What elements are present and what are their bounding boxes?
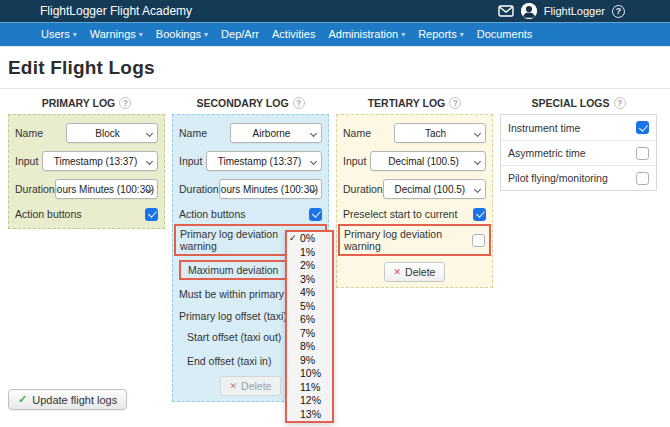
pilot-flying-checkbox[interactable]: [636, 172, 649, 185]
duration-field-row: Duration Decimal (100.5): [343, 179, 486, 199]
nav-item-warnings[interactable]: Warnings▾: [90, 28, 143, 40]
caret-down-icon: ▾: [204, 30, 208, 39]
name-select[interactable]: Block: [66, 123, 158, 143]
action-buttons-row: Action buttons: [15, 207, 158, 221]
input-field-row: Input Timestamp (13:37): [179, 151, 322, 171]
name-field-row: Name Airborne: [179, 123, 322, 143]
deviation-warning-checkbox[interactable]: [472, 234, 485, 247]
nav-item-users[interactable]: Users▾: [41, 28, 77, 40]
main-nav: Users▾ Warnings▾ Bookings▾ Dep/Arr Activ…: [0, 22, 670, 46]
secondary-log-header: SECONDARY LOG ?: [172, 95, 329, 110]
username[interactable]: FlightLogger: [544, 5, 605, 17]
name-label: Name: [15, 127, 43, 139]
chevron-down-icon: [474, 186, 481, 193]
dropdown-option[interactable]: 4%: [287, 286, 332, 300]
input-select[interactable]: Timestamp (13:37): [206, 151, 322, 171]
dropdown-option[interactable]: 8%: [287, 340, 332, 354]
caret-down-icon: ▾: [73, 30, 77, 39]
maximum-deviation-label-annotated: Maximum deviation: [179, 260, 287, 280]
action-buttons-label: Action buttons: [15, 208, 82, 220]
nav-item-activities[interactable]: Activities: [272, 28, 315, 40]
chevron-down-icon: [146, 130, 153, 137]
help-icon[interactable]: ?: [614, 97, 626, 109]
edit-flight-logs-screen: FlightLogger Flight Academy FlightLogger…: [0, 0, 670, 427]
name-select[interactable]: Airborne: [230, 123, 322, 143]
asymmetric-time-label: Asymmetric time: [508, 147, 586, 159]
check-icon: ✓: [18, 393, 27, 406]
dropdown-option-selected[interactable]: ✓0%: [287, 232, 332, 246]
name-label: Name: [343, 127, 371, 139]
duration-label: Duration: [15, 183, 55, 195]
caret-down-icon: ▾: [139, 30, 143, 39]
asymmetric-time-checkbox[interactable]: [636, 147, 649, 160]
topbar-help-icon[interactable]: ?: [612, 5, 625, 18]
input-field-row: Input Decimal (100.5): [343, 151, 486, 171]
help-icon[interactable]: ?: [293, 97, 305, 109]
name-field-row: Name Block: [15, 123, 158, 143]
update-flight-logs-button[interactable]: ✓ Update flight logs: [8, 389, 127, 410]
nav-item-reports[interactable]: Reports▾: [418, 28, 464, 40]
preselect-label: Preselect start to current: [343, 208, 457, 220]
dropdown-option[interactable]: 9%: [287, 354, 332, 368]
nav-item-administration[interactable]: Administration▾: [328, 28, 405, 40]
action-buttons-checkbox[interactable]: [145, 208, 158, 221]
instrument-time-label: Instrument time: [508, 122, 580, 134]
special-log-row: Instrument time: [501, 115, 656, 140]
delete-secondary-log-button[interactable]: ✕ Delete: [220, 376, 282, 396]
dropdown-option[interactable]: 5%: [287, 300, 332, 314]
nav-item-documents[interactable]: Documents: [477, 28, 533, 40]
log-columns: PRIMARY LOG ? Name Block Input Timestamp…: [0, 89, 670, 402]
dropdown-option[interactable]: 3%: [287, 273, 332, 287]
nav-item-dep-arr[interactable]: Dep/Arr: [221, 28, 259, 40]
primary-log-title: PRIMARY LOG: [42, 97, 116, 109]
dropdown-option[interactable]: 1%: [287, 246, 332, 260]
dropdown-option[interactable]: 7%: [287, 327, 332, 341]
caret-down-icon: ▾: [460, 30, 464, 39]
dropdown-option[interactable]: 12%: [287, 394, 332, 408]
dropdown-option[interactable]: 2%: [287, 259, 332, 273]
input-select[interactable]: Decimal (100.5): [370, 151, 486, 171]
check-icon: ✓: [289, 232, 297, 246]
dropdown-option[interactable]: 13%: [287, 408, 332, 422]
help-icon[interactable]: ?: [119, 97, 131, 109]
input-select[interactable]: Timestamp (13:37): [42, 151, 158, 171]
instrument-time-checkbox[interactable]: [636, 121, 649, 134]
duration-select[interactable]: Decimal (100.5): [383, 179, 486, 199]
dropdown-option[interactable]: 6%: [287, 313, 332, 327]
secondary-log-title: SECONDARY LOG: [196, 97, 288, 109]
tertiary-log-column: TERTIARY LOG ? Name Tach Input Decimal (…: [336, 93, 493, 288]
nav-item-bookings[interactable]: Bookings▾: [156, 28, 208, 40]
cross-icon: ✕: [394, 267, 402, 277]
chevron-down-icon: [146, 158, 153, 165]
name-field-row: Name Tach: [343, 123, 486, 143]
special-logs-header: SPECIAL LOGS ?: [500, 95, 657, 110]
primary-log-column: PRIMARY LOG ? Name Block Input Timestamp…: [8, 93, 165, 229]
special-logs-panel: Instrument time Asymmetric time Pilot fl…: [500, 114, 657, 191]
chevron-down-icon: [310, 158, 317, 165]
duration-select[interactable]: Hours Minutes (100:30): [219, 179, 322, 199]
mail-icon[interactable]: [498, 5, 514, 17]
deviation-warning-label: Primary log deviation warning: [344, 228, 472, 252]
chevron-down-icon: [474, 130, 481, 137]
tertiary-log-title: TERTIARY LOG: [368, 97, 446, 109]
special-log-row: Asymmetric time: [501, 140, 656, 165]
help-icon[interactable]: ?: [449, 97, 461, 109]
dropdown-option[interactable]: 11%: [287, 381, 332, 395]
duration-field-row: Duration Hours Minutes (100:30): [179, 179, 322, 199]
name-select[interactable]: Tach: [394, 123, 486, 143]
delete-tertiary-log-button[interactable]: ✕ Delete: [384, 262, 446, 282]
preselect-row: Preselect start to current: [343, 207, 486, 221]
tertiary-log-header: TERTIARY LOG ?: [336, 95, 493, 110]
special-log-row: Pilot flying/monitoring: [501, 165, 656, 190]
dropdown-option[interactable]: 10%: [287, 367, 332, 381]
action-buttons-label: Action buttons: [179, 208, 246, 220]
action-buttons-checkbox[interactable]: [309, 208, 322, 221]
pilot-flying-label: Pilot flying/monitoring: [508, 172, 608, 184]
main-content: Edit Flight Logs PRIMARY LOG ? Name Bloc…: [0, 46, 670, 402]
user-avatar-icon[interactable]: [521, 3, 537, 19]
duration-field-row: Duration Hours Minutes (100:30): [15, 179, 158, 199]
preselect-checkbox[interactable]: [473, 208, 486, 221]
maximum-deviation-dropdown-annotated: ✓0% 1% 2% 3% 4% 5% 6% 7% 8% 9% 10% 11% 1…: [285, 230, 334, 423]
brand-link[interactable]: FlightLogger Flight Academy: [40, 4, 192, 18]
duration-select[interactable]: Hours Minutes (100:30): [55, 179, 158, 199]
